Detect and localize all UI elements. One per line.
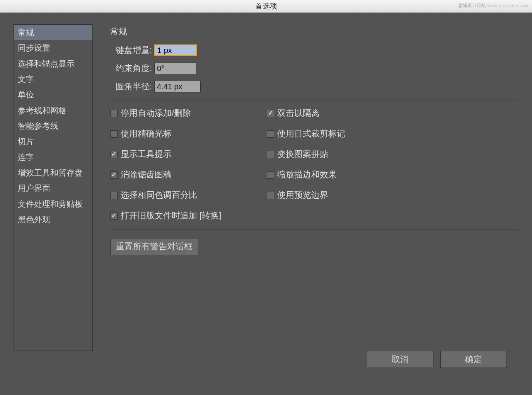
- checkbox-right-row-0: 双击以隔离: [267, 107, 345, 119]
- checkbox-right-row-3: 缩放描边和效果: [267, 169, 345, 180]
- checkbox-left-row-4: 选择相同色调百分比: [110, 189, 197, 201]
- content-panel: 常规 键盘增量: 约束角度: 圆角半径: 停用自动添加/删除使用精确光标显示工具…: [93, 24, 518, 351]
- checkbox-left-checkbox-2[interactable]: [110, 151, 118, 158]
- checkbox-right-checkbox-4[interactable]: [267, 192, 274, 199]
- checkbox-left-label-1: 使用精确光标: [121, 128, 172, 140]
- checkbox-left-label-2: 显示工具提示: [121, 148, 172, 160]
- sidebar-item-6[interactable]: 智能参考线: [14, 118, 92, 134]
- checkbox-left-checkbox-4[interactable]: [110, 192, 118, 199]
- form-row-corner-radius: 圆角半径:: [110, 81, 518, 92]
- keyboard-increment-label: 键盘增量:: [110, 44, 152, 56]
- watermark-text: 思缘设计论坛: [458, 3, 486, 8]
- checkbox-left-row-1: 使用精确光标: [110, 128, 197, 140]
- sidebar-item-12[interactable]: 黑色外观: [14, 212, 92, 227]
- checkbox-right-label-2: 变换图案拼贴: [277, 148, 328, 160]
- checkbox-left-checkbox-3[interactable]: [110, 171, 118, 179]
- checkbox-right-label-1: 使用日式裁剪标记: [277, 128, 345, 140]
- checkbox-grid: 停用自动添加/删除使用精确光标显示工具提示消除锯齿图稿选择相同色调百分比 双击以…: [110, 107, 518, 201]
- keyboard-increment-input[interactable]: [154, 44, 197, 56]
- title-bar: 首选项 思缘设计论坛 WWW.MISSYUAN.COM: [0, 0, 532, 13]
- checkbox-left-row-0: 停用自动添加/删除: [110, 107, 197, 119]
- checkbox-right-label-0: 双击以隔离: [277, 107, 320, 119]
- divider: [110, 100, 518, 100]
- checkbox-left-label-3: 消除锯齿图稿: [121, 169, 172, 180]
- checkbox-left-row-3: 消除锯齿图稿: [110, 169, 197, 180]
- form-row-keyboard-increment: 键盘增量:: [110, 44, 518, 56]
- checkbox-right-label-3: 缩放描边和效果: [277, 169, 337, 180]
- main-row: 常规同步设置选择和锚点显示文字单位参考线和网格智能参考线切片连字增效工具和暂存盘…: [14, 24, 518, 351]
- divider-2: [110, 229, 518, 230]
- sidebar-item-10[interactable]: 用户界面: [14, 180, 92, 196]
- section-title: 常规: [110, 26, 518, 37]
- checkbox-col-left: 停用自动添加/删除使用精确光标显示工具提示消除锯齿图稿选择相同色调百分比: [110, 107, 197, 201]
- footer: 取消 确定: [14, 351, 518, 387]
- checkbox-left-checkbox-1[interactable]: [110, 130, 118, 138]
- sidebar-item-5[interactable]: 参考线和网格: [14, 103, 92, 118]
- ok-button[interactable]: 确定: [440, 351, 507, 368]
- checkbox-right-row-4: 使用预览边界: [267, 189, 345, 201]
- checkbox-right-row-2: 变换图案拼贴: [267, 148, 345, 160]
- sidebar-item-0[interactable]: 常规: [14, 25, 92, 40]
- checkbox-append-convert[interactable]: [110, 212, 118, 220]
- checkbox-right-checkbox-0[interactable]: [267, 110, 274, 117]
- form-row-constrain-angle: 约束角度:: [110, 63, 518, 74]
- checkbox-row-append-convert: 打开旧版文件时追加 [转换]: [110, 210, 518, 221]
- sidebar-item-3[interactable]: 文字: [14, 72, 92, 87]
- corner-radius-input[interactable]: [154, 81, 201, 92]
- constrain-angle-input[interactable]: [154, 63, 197, 74]
- checkbox-left-label-0: 停用自动添加/删除: [121, 107, 191, 119]
- sidebar-item-4[interactable]: 单位: [14, 87, 92, 102]
- sidebar-item-2[interactable]: 选择和锚点显示: [14, 56, 92, 72]
- checkbox-left-label-4: 选择相同色调百分比: [121, 189, 197, 201]
- sidebar-item-1[interactable]: 同步设置: [14, 40, 92, 56]
- watermark: 思缘设计论坛 WWW.MISSYUAN.COM: [458, 2, 528, 9]
- corner-radius-label: 圆角半径:: [110, 81, 152, 92]
- dialog-body: 常规同步设置选择和锚点显示文字单位参考线和网格智能参考线切片连字增效工具和暂存盘…: [0, 13, 532, 395]
- checkbox-left-checkbox-0[interactable]: [110, 110, 118, 117]
- reset-warnings-button[interactable]: 重置所有警告对话框: [110, 238, 198, 255]
- checkbox-right-row-1: 使用日式裁剪标记: [267, 128, 345, 140]
- checkbox-right-checkbox-2[interactable]: [267, 151, 274, 158]
- checkbox-right-label-4: 使用预览边界: [277, 189, 328, 201]
- dialog-title: 首选项: [255, 1, 277, 11]
- sidebar: 常规同步设置选择和锚点显示文字单位参考线和网格智能参考线切片连字增效工具和暂存盘…: [14, 24, 93, 351]
- checkbox-right-checkbox-3[interactable]: [267, 171, 274, 179]
- sidebar-item-7[interactable]: 切片: [14, 134, 92, 149]
- constrain-angle-label: 约束角度:: [110, 63, 152, 74]
- sidebar-item-11[interactable]: 文件处理和剪贴板: [14, 196, 92, 212]
- sidebar-item-9[interactable]: 增效工具和暂存盘: [14, 165, 92, 180]
- sidebar-item-8[interactable]: 连字: [14, 150, 92, 165]
- checkbox-right-checkbox-1[interactable]: [267, 130, 274, 138]
- checkbox-label-append-convert: 打开旧版文件时追加 [转换]: [121, 210, 221, 221]
- checkbox-col-right: 双击以隔离使用日式裁剪标记变换图案拼贴缩放描边和效果使用预览边界: [267, 107, 345, 201]
- checkbox-left-row-2: 显示工具提示: [110, 148, 197, 160]
- watermark-url: WWW.MISSYUAN.COM: [487, 4, 528, 8]
- cancel-button[interactable]: 取消: [367, 351, 433, 368]
